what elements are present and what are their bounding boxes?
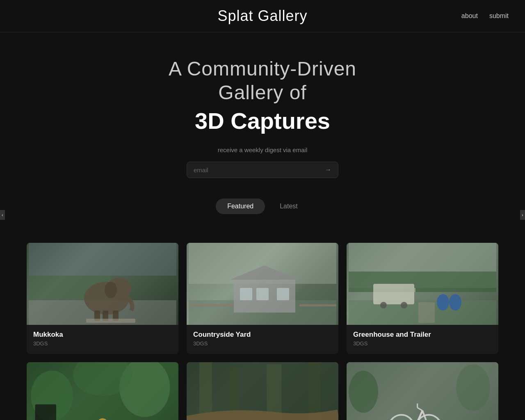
tab-latest[interactable]: Latest xyxy=(268,199,309,214)
email-form: → xyxy=(16,162,509,178)
card-image-mukkoka xyxy=(27,243,178,325)
card-title-greenhouse: Greenhouse and Trailer xyxy=(353,331,492,339)
about-link[interactable]: about xyxy=(461,12,478,20)
svg-rect-36 xyxy=(35,404,56,420)
card-info-greenhouse: Greenhouse and Trailer 3DGS xyxy=(347,325,498,354)
card-image-fallen-tree xyxy=(187,362,338,420)
svg-rect-41 xyxy=(309,362,321,420)
svg-point-44 xyxy=(349,371,378,413)
gallery-card-greenhouse[interactable]: Greenhouse and Trailer 3DGS xyxy=(347,243,498,354)
svg-point-27 xyxy=(449,294,461,310)
hero-title: 3D Captures xyxy=(16,107,509,134)
card-title-countryside: Countryside Yard xyxy=(193,331,332,339)
hero-subtitle: A Community-Driven Gallery of xyxy=(16,57,509,104)
submit-arrow-icon[interactable]: → xyxy=(325,166,331,173)
gallery-main: Mukkoka 3DGS xyxy=(0,243,525,420)
svg-rect-22 xyxy=(373,284,414,304)
svg-rect-23 xyxy=(412,288,415,292)
site-title: Splat Gallery xyxy=(217,7,307,25)
svg-point-24 xyxy=(380,302,387,308)
email-input-wrapper: → xyxy=(187,162,338,178)
svg-rect-38 xyxy=(199,362,212,420)
gallery-tabs: Featured Latest xyxy=(16,199,509,214)
scroll-right-arrow[interactable]: › xyxy=(520,210,525,220)
svg-rect-16 xyxy=(277,288,289,300)
svg-rect-15 xyxy=(256,288,269,300)
hero-section: A Community-Driven Gallery of 3D Capture… xyxy=(0,32,525,243)
gallery-card-mukkoka[interactable]: Mukkoka 3DGS xyxy=(27,243,178,354)
site-header: Splat Gallery about submit xyxy=(0,0,525,32)
card-image-garden xyxy=(27,362,178,420)
card-tag-mukkoka: 3DGS xyxy=(33,340,172,347)
tab-featured[interactable]: Featured xyxy=(216,199,265,214)
card-image-greenhouse xyxy=(347,243,498,325)
card-tag-countryside: 3DGS xyxy=(193,340,332,347)
scroll-left-arrow[interactable]: ‹ xyxy=(0,210,5,220)
gallery-row-2 xyxy=(27,362,498,420)
card-tag-greenhouse: 3DGS xyxy=(353,340,492,347)
svg-rect-18 xyxy=(299,304,336,306)
card-title-mukkoka: Mukkoka xyxy=(33,331,172,339)
svg-rect-2 xyxy=(29,243,176,276)
digest-text: receive a weekly digest via email xyxy=(16,146,509,153)
submit-link[interactable]: submit xyxy=(489,12,509,20)
email-input[interactable] xyxy=(194,167,322,173)
main-nav: about submit xyxy=(461,12,509,20)
card-image-countryside xyxy=(187,243,338,325)
svg-rect-20 xyxy=(349,272,496,292)
svg-rect-9 xyxy=(86,319,135,323)
gallery-card-countryside[interactable]: Countryside Yard 3DGS xyxy=(187,243,338,354)
card-info-mukkoka: Mukkoka 3DGS xyxy=(27,325,178,354)
svg-point-45 xyxy=(456,364,490,411)
card-image-bicycle xyxy=(347,362,498,420)
svg-rect-14 xyxy=(240,288,252,300)
gallery-card-fallen-tree[interactable] xyxy=(187,362,338,420)
svg-point-8 xyxy=(105,282,117,298)
svg-rect-28 xyxy=(418,302,435,323)
svg-point-25 xyxy=(401,302,407,308)
svg-rect-17 xyxy=(189,304,234,306)
card-info-countryside: Countryside Yard 3DGS xyxy=(187,325,338,354)
svg-point-26 xyxy=(437,294,449,310)
gallery-row-1: Mukkoka 3DGS xyxy=(27,243,498,354)
gallery-card-bicycle[interactable] xyxy=(347,362,498,420)
gallery-card-garden[interactable] xyxy=(27,362,178,420)
